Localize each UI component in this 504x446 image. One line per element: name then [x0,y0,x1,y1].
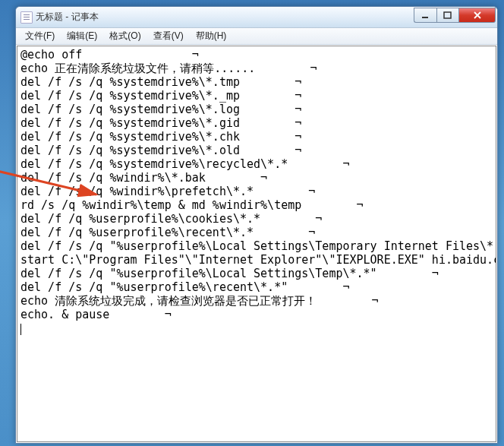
maximize-icon [443,11,452,19]
notepad-window: 无标题 - 记事本 文件(F) 编辑(E) 格式(O) 查看(V) 帮助(H) … [15,6,498,444]
notepad-icon [20,11,33,24]
editor-area[interactable]: @echo off ¬ echo 正在清除系统垃圾文件，请稍等...... ¬ … [17,46,496,442]
editor-text: @echo off ¬ echo 正在清除系统垃圾文件，请稍等...... ¬ … [20,48,496,321]
text-caret [20,324,21,335]
maximize-button[interactable] [436,8,459,23]
window-title: 无标题 - 记事本 [36,11,414,24]
menu-view[interactable]: 查看(V) [147,28,190,44]
minimize-button[interactable] [414,8,436,23]
close-button[interactable] [459,8,496,23]
minimize-icon [421,11,430,19]
menu-format[interactable]: 格式(O) [103,28,146,44]
menu-edit[interactable]: 编辑(E) [61,28,103,44]
menu-file[interactable]: 文件(F) [19,28,61,44]
titlebar[interactable]: 无标题 - 记事本 [16,7,497,28]
svg-rect-1 [444,12,451,18]
menu-help[interactable]: 帮助(H) [190,28,233,44]
close-icon [473,11,482,19]
svg-rect-0 [422,17,428,18]
window-controls [414,8,496,23]
menubar: 文件(F) 编辑(E) 格式(O) 查看(V) 帮助(H) [16,28,497,45]
